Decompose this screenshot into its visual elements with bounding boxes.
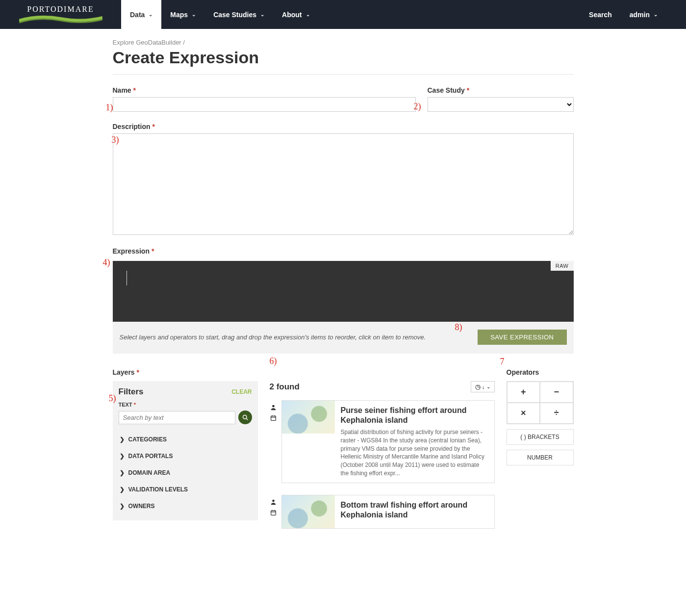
search-icon [242, 414, 248, 420]
breadcrumb: Explore GeoDataBuilder / [113, 39, 574, 46]
nav-user[interactable]: admin ⌄ [621, 0, 666, 29]
filters-title: Filters [119, 387, 144, 397]
chevron-down-icon: ⌄ [306, 12, 310, 17]
raw-toggle-button[interactable]: RAW [551, 261, 574, 271]
nav-item-data[interactable]: Data ⌄ [121, 0, 161, 29]
annotation-4: 4) [103, 257, 110, 268]
layers-label: Layers * [113, 368, 258, 376]
result-title: Purse seiner fishing effort around Kepha… [341, 406, 488, 425]
save-expression-button[interactable]: SAVE EXPRESSION [478, 330, 566, 345]
filter-label: OWNERS [128, 503, 155, 510]
filter-data-portals[interactable]: ❯DATA PORTALS [119, 448, 252, 464]
search-input[interactable] [119, 411, 235, 424]
user-icon[interactable] [270, 499, 277, 507]
result-desc: Spatial distribution of fishing activity… [341, 428, 488, 478]
filter-categories[interactable]: ❯CATEGORIES [119, 431, 252, 448]
lower-columns: Layers * Filters CLEAR TEXT * ❯CATEGORIE… [113, 368, 574, 540]
expression-cursor [127, 271, 127, 285]
expression-footer: Select layers and operators to start, dr… [113, 322, 574, 354]
nav-label: admin [630, 11, 650, 19]
chevron-down-icon: ⌄ [260, 12, 264, 17]
svg-rect-3 [271, 416, 276, 420]
page-title: Create Expression [113, 48, 574, 67]
divider [113, 74, 574, 75]
operator-minus[interactable]: − [540, 382, 573, 403]
case-study-label: Case Study * [428, 86, 574, 94]
name-input[interactable] [113, 97, 416, 112]
result-title: Bottom trawl fishing effort around Kepha… [341, 500, 488, 520]
expression-hint: Select layers and operators to start, dr… [120, 334, 426, 341]
chevron-right-icon: ❯ [120, 486, 125, 493]
sort-down-icon: ↓ [482, 384, 485, 390]
chevron-right-icon: ❯ [120, 503, 125, 510]
calendar-icon[interactable] [270, 415, 277, 423]
nav-label: Search [589, 11, 612, 19]
svg-line-1 [246, 418, 248, 420]
col-layers: Layers * Filters CLEAR TEXT * ❯CATEGORIE… [113, 368, 258, 540]
result-card[interactable]: Bottom trawl fishing effort around Kepha… [281, 495, 495, 529]
annotation-1: 1) [106, 103, 113, 113]
result-meta-icons [270, 404, 278, 423]
clear-filters-button[interactable]: CLEAR [231, 388, 252, 395]
svg-point-7 [272, 499, 275, 502]
result-row: Bottom trawl fishing effort around Kepha… [270, 495, 495, 529]
brand[interactable]: PORTODIMARE [0, 0, 121, 29]
svg-point-0 [243, 415, 247, 419]
brand-text: PORTODIMARE [27, 5, 94, 14]
svg-rect-8 [271, 511, 276, 515]
nav-label: Maps [170, 11, 188, 19]
page: Explore GeoDataBuilder / Create Expressi… [113, 39, 574, 560]
result-meta-icons [270, 499, 278, 517]
form-row-expression: Expression * RAW Select layers and opera… [113, 247, 574, 354]
operators-label: Operators [507, 368, 574, 376]
results-count: 2 found [270, 382, 300, 392]
filter-label: CATEGORIES [128, 436, 167, 443]
form-col-name: Name * [113, 86, 416, 112]
description-label: Description * [113, 123, 574, 130]
breadcrumb-link[interactable]: Explore GeoDataBuilder [113, 39, 181, 46]
col-operators: Operators + − × ÷ ( ) BRACKETS NUMBER [507, 368, 574, 540]
annotation-6: 6) [270, 356, 277, 366]
nav-label: About [282, 11, 302, 19]
nav-items: Data ⌄ Maps ⌄ Case Studies ⌄ About ⌄ [121, 0, 319, 29]
annotation-7: 7 [500, 357, 505, 367]
brand-swoosh-icon [19, 15, 102, 25]
nav-item-about[interactable]: About ⌄ [273, 0, 318, 29]
chevron-right-icon: ❯ [120, 469, 125, 476]
clock-icon: ◷ [475, 383, 481, 390]
chevron-right-icon: ❯ [120, 453, 125, 460]
name-label: Name * [113, 86, 416, 94]
nav-right: Search admin ⌄ [580, 0, 686, 29]
filter-validation-levels[interactable]: ❯VALIDATION LEVELS [119, 481, 252, 498]
nav-search[interactable]: Search [580, 0, 621, 29]
operator-brackets[interactable]: ( ) BRACKETS [507, 429, 574, 445]
nav-label: Data [130, 11, 145, 19]
description-input[interactable] [113, 133, 574, 235]
col-results: 2 found ◷↓⌄ Purse seiner f [270, 368, 495, 540]
operator-number[interactable]: NUMBER [507, 450, 574, 465]
calendar-icon[interactable] [270, 510, 277, 517]
operators-grid: + − × ÷ [507, 381, 574, 424]
operator-multiply[interactable]: × [507, 403, 540, 424]
text-filter-label: TEXT * [119, 402, 252, 408]
expression-label: Expression * [113, 247, 574, 255]
result-card[interactable]: Purse seiner fishing effort around Kepha… [281, 400, 495, 483]
filter-label: VALIDATION LEVELS [128, 486, 188, 493]
chevron-down-icon: ⌄ [486, 384, 490, 389]
svg-point-2 [272, 405, 275, 408]
nav-item-maps[interactable]: Maps ⌄ [161, 0, 204, 29]
case-study-select[interactable] [428, 97, 574, 112]
sort-button[interactable]: ◷↓⌄ [471, 381, 495, 392]
result-thumbnail [282, 495, 335, 528]
search-button[interactable] [238, 411, 252, 424]
nav-item-case-studies[interactable]: Case Studies ⌄ [204, 0, 273, 29]
top-nav: PORTODIMARE Data ⌄ Maps ⌄ Case Studies ⌄… [0, 0, 686, 29]
user-icon[interactable] [270, 404, 277, 412]
nav-label: Case Studies [213, 11, 256, 19]
operator-plus[interactable]: + [507, 382, 540, 403]
chevron-down-icon: ⌄ [654, 12, 658, 17]
filter-owners[interactable]: ❯OWNERS [119, 498, 252, 514]
operator-divide[interactable]: ÷ [540, 403, 573, 424]
filter-domain-area[interactable]: ❯DOMAIN AREA [119, 464, 252, 481]
expression-editor[interactable]: RAW [113, 261, 574, 322]
